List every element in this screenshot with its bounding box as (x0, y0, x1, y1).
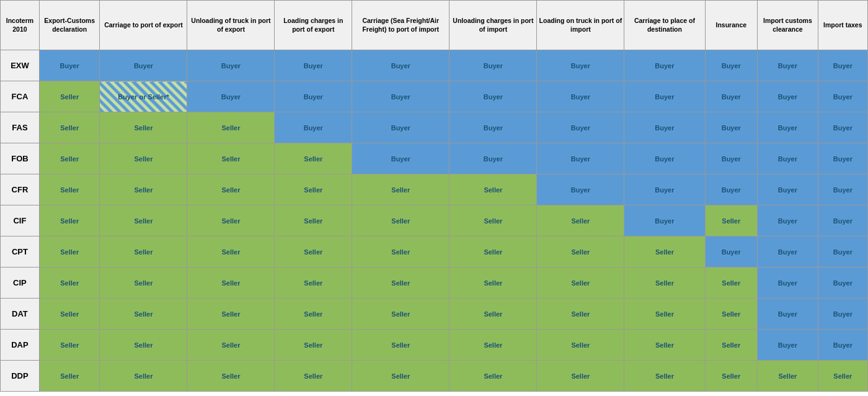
cell-CFR-col1: Seller (100, 174, 187, 205)
header-carriage-place: Carriage to place of destination (624, 1, 705, 50)
cell-CIF-col2: Seller (187, 205, 275, 236)
header-loading-charges: Loading charges in port of export (275, 1, 352, 50)
cell-DDP-col3: Seller (275, 361, 352, 392)
header-insurance: Insurance (705, 1, 758, 50)
cell-DAP-col2: Seller (187, 330, 275, 361)
table-row: DATSellerSellerSellerSellerSellerSellerS… (1, 299, 868, 330)
cell-CIP-col8: Seller (705, 268, 758, 299)
cell-FCA-col10: Buyer (818, 81, 867, 112)
cell-EXW-col7: Buyer (624, 50, 705, 81)
cell-DDP-col5: Seller (450, 361, 537, 392)
incoterm-label-FCA: FCA (1, 81, 40, 112)
cell-CIF-col3: Seller (275, 205, 352, 236)
cell-CFR-col8: Buyer (705, 174, 758, 205)
table-row: FCASellerBuyer or Seller*BuyerBuyerBuyer… (1, 81, 868, 112)
cell-DDP-col6: Seller (537, 361, 624, 392)
incoterm-label-DDP: DDP (1, 361, 40, 392)
cell-EXW-col4: Buyer (352, 50, 450, 81)
cell-CFR-col6: Buyer (537, 174, 624, 205)
cell-DAT-col4: Seller (352, 299, 450, 330)
cell-FAS-col10: Buyer (818, 112, 867, 143)
cell-DDP-col2: Seller (187, 361, 275, 392)
cell-FOB-col2: Seller (187, 143, 275, 174)
cell-CPT-col10: Buyer (818, 236, 867, 268)
cell-FAS-col3: Buyer (275, 112, 352, 143)
cell-EXW-col3: Buyer (275, 50, 352, 81)
cell-DDP-col1: Seller (100, 361, 187, 392)
cell-FCA-col2: Buyer (187, 81, 275, 112)
cell-CIF-col6: Seller (537, 205, 624, 236)
cell-CIP-col0: Seller (39, 268, 100, 299)
cell-FAS-col0: Seller (39, 112, 100, 143)
cell-CPT-col5: Seller (450, 236, 537, 268)
cell-DAT-col0: Seller (39, 299, 100, 330)
cell-FAS-col2: Seller (187, 112, 275, 143)
header-import-taxes: Import taxes (818, 1, 867, 50)
header-carriage-sea: Carriage (Sea Freight/Air Freight) to po… (352, 1, 450, 50)
cell-FCA-col8: Buyer (705, 81, 758, 112)
cell-FOB-col5: Buyer (450, 143, 537, 174)
table-row: DDPSellerSellerSellerSellerSellerSellerS… (1, 361, 868, 392)
header-unloading-charges: Unloading charges in port of import (450, 1, 537, 50)
table-row: CIPSellerSellerSellerSellerSellerSellerS… (1, 268, 868, 299)
cell-FCA-col6: Buyer (537, 81, 624, 112)
table-row: CIFSellerSellerSellerSellerSellerSellerS… (1, 205, 868, 236)
cell-DAP-col8: Seller (705, 330, 758, 361)
incoterm-label-CIF: CIF (1, 205, 40, 236)
cell-DAT-col5: Seller (450, 299, 537, 330)
table-row: DAPSellerSellerSellerSellerSellerSellerS… (1, 330, 868, 361)
cell-CPT-col1: Seller (100, 236, 187, 268)
header-import-customs: Import customs clearance (758, 1, 818, 50)
cell-FOB-col8: Buyer (705, 143, 758, 174)
cell-DAP-col9: Buyer (758, 330, 818, 361)
table-row: FASSellerSellerSellerBuyerBuyerBuyerBuye… (1, 112, 868, 143)
cell-CIF-col9: Buyer (758, 205, 818, 236)
table-row: CFRSellerSellerSellerSellerSellerSellerB… (1, 174, 868, 205)
cell-DAT-col6: Seller (537, 299, 624, 330)
cell-FCA-col0: Seller (39, 81, 100, 112)
cell-CPT-col9: Buyer (758, 236, 818, 268)
incoterm-label-CPT: CPT (1, 236, 40, 268)
cell-DDP-col7: Seller (624, 361, 705, 392)
cell-DDP-col10: Seller (818, 361, 867, 392)
incoterm-label-EXW: EXW (1, 50, 40, 81)
header-export-customs: Export-Customs declaration (39, 1, 100, 50)
cell-CFR-col9: Buyer (758, 174, 818, 205)
incoterms-table: Incoterm 2010 Export-Customs declaration… (0, 0, 868, 392)
cell-CIF-col10: Buyer (818, 205, 867, 236)
cell-EXW-col1: Buyer (100, 50, 187, 81)
cell-CPT-col6: Seller (537, 236, 624, 268)
cell-DAP-col10: Buyer (818, 330, 867, 361)
incoterm-label-CFR: CFR (1, 174, 40, 205)
cell-FOB-col4: Buyer (352, 143, 450, 174)
incoterm-label-FOB: FOB (1, 143, 40, 174)
cell-DDP-col8: Seller (705, 361, 758, 392)
cell-EXW-col0: Buyer (39, 50, 100, 81)
cell-FCA-col7: Buyer (624, 81, 705, 112)
cell-EXW-col9: Buyer (758, 50, 818, 81)
cell-DDP-col0: Seller (39, 361, 100, 392)
cell-CIF-col4: Seller (352, 205, 450, 236)
cell-FAS-col5: Buyer (450, 112, 537, 143)
cell-FOB-col6: Buyer (537, 143, 624, 174)
cell-CIP-col2: Seller (187, 268, 275, 299)
header-incoterm: Incoterm 2010 (1, 1, 40, 50)
cell-DAP-col0: Seller (39, 330, 100, 361)
cell-CIP-col10: Buyer (818, 268, 867, 299)
cell-DAP-col7: Seller (624, 330, 705, 361)
cell-CIP-col3: Seller (275, 268, 352, 299)
incoterm-label-CIP: CIP (1, 268, 40, 299)
cell-FAS-col1: Seller (100, 112, 187, 143)
cell-DAT-col10: Buyer (818, 299, 867, 330)
cell-EXW-col6: Buyer (537, 50, 624, 81)
cell-EXW-col8: Buyer (705, 50, 758, 81)
cell-EXW-col10: Buyer (818, 50, 867, 81)
header-loading-truck-import: Loading on truck in port of import (537, 1, 624, 50)
cell-FAS-col6: Buyer (537, 112, 624, 143)
cell-FOB-col1: Seller (100, 143, 187, 174)
cell-FCA-col4: Buyer (352, 81, 450, 112)
header-unloading-truck: Unloading of truck in port of export (187, 1, 275, 50)
cell-FCA-col9: Buyer (758, 81, 818, 112)
cell-CIF-col5: Seller (450, 205, 537, 236)
cell-DAT-col3: Seller (275, 299, 352, 330)
